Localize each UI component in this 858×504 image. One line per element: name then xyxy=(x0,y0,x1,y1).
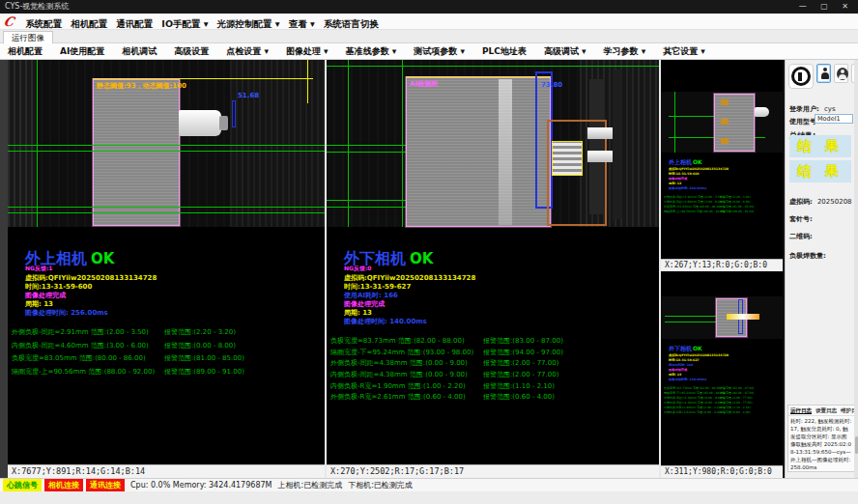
toolbar-item[interactable]: 测试项参数 ▾ xyxy=(414,45,465,58)
window-statusbar: 心跳信号相机连接通讯连接 Cpu: 0.0% Memory: 3424.4179… xyxy=(0,478,858,491)
blue-measure-label: 73.80 xyxy=(541,81,562,89)
log-tabs: 运行日志设置日志维护日志 xyxy=(788,406,854,416)
camera-image-lower: AI检测框 73.80 xyxy=(327,60,659,227)
toolbar-item[interactable]: 点检设置 ▾ xyxy=(226,45,269,58)
thumb-ok: OK xyxy=(693,158,702,165)
thumb-cycle: 周期: 13 xyxy=(669,373,681,377)
thumb-ai-time: 使用AI耗时: 166 xyxy=(669,363,693,367)
measurement-row: 负极宽度=83.73mm 范围:(82.00 - 88.00)报警范围:(83.… xyxy=(330,336,473,348)
qr-label: 二维码: xyxy=(789,233,813,240)
proc-time-line: 图像处理时间: 256.00ms xyxy=(25,308,108,318)
thumb-barcode: 虚拟码:QFIYiiw20250208133134728 xyxy=(669,167,729,171)
pixel-statusbar-upper: X:7677;Y:891;R:14;G:14;B:14 xyxy=(8,464,325,478)
pause-button[interactable] xyxy=(788,64,814,89)
yellow-reference-line xyxy=(307,60,308,103)
measure-line xyxy=(327,66,659,67)
blue-roi xyxy=(232,100,236,127)
app-logo-icon: C xyxy=(2,14,15,29)
model-input[interactable]: Model1 xyxy=(815,114,853,124)
menu-bar: C 系统配置相机配置通讯配置IO手配置 ▾光源控制配置 ▾查看 ▾系统语言切换 xyxy=(0,14,858,30)
result-display-1: 结 果 xyxy=(789,135,851,157)
thumbnail-view-lower[interactable]: 外下相机 OK 虚拟码:QFIYiiw20250208133134728 时间:… xyxy=(661,273,783,478)
panel-scrollbar[interactable] xyxy=(854,60,858,478)
cpu-memory-text: Cpu: 0.0% Memory: 3424.4179687M xyxy=(130,481,272,490)
toolbar-item[interactable]: 学习参数 ▾ xyxy=(604,45,646,58)
needle-label: 套针号: xyxy=(789,215,813,223)
thumb-statusbar-upper: X:267;Y:13;R:0;G:0;B:0 xyxy=(661,259,783,271)
measure-line xyxy=(8,145,325,146)
app-window: CYS-视觉检测系统 — ▢ ✕ C 系统配置相机配置通讯配置IO手配置 ▾光源… xyxy=(0,0,858,504)
camera-view-upper[interactable]: 静态阈值:93，动态阈值:100 51.68 外上相机 OK NG反馈:1 虚拟… xyxy=(8,60,325,478)
menu-item[interactable]: 查看 ▾ xyxy=(289,18,315,29)
machine-texture xyxy=(8,60,37,227)
measurement-row: 负极宽度=83.05mm 范围:(80.00 - 86.00)报警范围:(81.… xyxy=(12,353,155,367)
user-login-button[interactable] xyxy=(816,64,831,83)
menu-item[interactable]: 系统语言切换 xyxy=(324,18,379,29)
thumb-proc: 图像处理时间: 140.00ms xyxy=(669,378,706,381)
menu-items: 系统配置相机配置通讯配置IO手配置 ▾光源控制配置 ▾查看 ▾系统语言切换 xyxy=(25,13,386,31)
user-switch-button[interactable] xyxy=(834,64,848,83)
measure-line xyxy=(37,60,38,227)
thumb-statusbar-lower: X:311;Y:980;R:0;G:0;B:0 xyxy=(661,465,783,478)
ai-box-label: AI检测框 xyxy=(410,79,438,89)
thumbnail-view-upper[interactable]: 外上相机 OK 虚拟码:QFIYiiw20250208133134728 时间:… xyxy=(661,60,783,271)
measure-line xyxy=(327,152,415,153)
menu-item[interactable]: 通讯配置 xyxy=(116,18,153,29)
yellow-reference-line xyxy=(93,78,313,79)
vcode-label: 虚拟码: xyxy=(789,198,813,206)
log-tab[interactable]: 设置日志 xyxy=(815,407,837,414)
measure-line xyxy=(348,60,349,227)
status-badges: 心跳信号相机连接通讯连接 xyxy=(3,479,125,491)
measurement-row: 外侧负极-间距=4.38mm 范围:(0.00 - 9.00)报警范围:(2.0… xyxy=(330,358,473,370)
measurement-list: 负极宽度=83.73mm 范围:(82.00 - 88.00)报警范围:(83.… xyxy=(330,336,473,404)
toolbar-item[interactable]: PLC地址表 xyxy=(482,45,527,58)
status-badge: 通讯连接 xyxy=(86,479,125,491)
measurement-row: 内侧负极-间距=4.60mm 范围:(3.00 - 6.00)报警范围:(0.0… xyxy=(12,341,155,354)
toolbar-item[interactable]: 图像处理 ▾ xyxy=(286,45,329,58)
thumb-measurements: 外侧负极-间距=2.91mm 范围:(2.00 - 3.50)报警范围:(2.2… xyxy=(664,195,726,214)
measure-line xyxy=(8,151,325,152)
measurement-row: 隔圈宽度-下=95.24mm 范围:(93.00 - 98.00)报警范围:(9… xyxy=(330,348,473,359)
probe-connector-tip xyxy=(219,116,228,130)
thumb-cycle: 周期: 13 xyxy=(669,182,681,185)
bottom-fill xyxy=(0,491,858,504)
toolbar-item[interactable]: 相机配置 xyxy=(8,45,43,58)
control-panel: 登录用户: cys 使用型号: Model1 总结果: 结 果 结 果 虚拟码:… xyxy=(785,60,858,478)
threshold-label: 静态阈值:93，动态阈值:100 xyxy=(97,81,186,91)
log-tab[interactable]: 运行日志 xyxy=(790,407,812,414)
measure-line xyxy=(327,145,415,146)
toolbar-item[interactable]: 基准线参数 ▾ xyxy=(346,45,397,58)
measurement-row: 隔圈宽度-上=90.56mm 范围:(88.00 - 92.00)报警范围:(8… xyxy=(664,210,726,214)
weld-roi xyxy=(552,141,583,176)
weld-highlight xyxy=(587,151,613,162)
measure-line xyxy=(8,212,325,213)
window-controls[interactable]: — ▢ ✕ xyxy=(799,0,854,14)
thumbnail-column: 外上相机 OK 虚拟码:QFIYiiw20250208133134728 时间:… xyxy=(661,60,783,478)
camera-view-lower[interactable]: AI检测框 73.80 外下相机 OK NG反馈:0 虚拟码:QFIYiiw20… xyxy=(327,60,659,478)
battery-edge-roi xyxy=(406,77,551,227)
proc-time-line: 图像处理时间: 140.00ms xyxy=(344,317,427,326)
tab-run-image[interactable]: 运行图像 xyxy=(3,31,53,43)
toolbar-item[interactable]: 高级设置 xyxy=(174,45,209,58)
menu-item[interactable]: 相机配置 xyxy=(71,18,107,29)
battery-edge-roi xyxy=(93,79,180,226)
thumb-image-upper xyxy=(661,92,783,153)
measure-line xyxy=(8,207,325,208)
upper-camera-status: 上相机:已检测完成 xyxy=(277,480,342,490)
vcode-value: 20250208 xyxy=(817,198,852,206)
toolbar-item[interactable]: 其它设置 ▾ xyxy=(663,45,705,58)
toolbar-item[interactable]: 高级调试 ▾ xyxy=(544,45,586,58)
menu-item[interactable]: IO手配置 ▾ xyxy=(161,18,208,29)
user-icon xyxy=(821,68,829,80)
thumb-time: 时间:13-31-59-600 xyxy=(669,172,700,176)
measurement-list: 外侧负极-间距=2.91mm 范围:(2.00 - 3.50)报警范围:(2.2… xyxy=(12,327,155,379)
measure-line xyxy=(327,207,415,208)
log-panel: 运行日志设置日志维护日志 耗时: 222, 触发检测耗时: 17, 触发分息耗时… xyxy=(787,405,855,472)
menu-item[interactable]: 系统配置 xyxy=(25,18,62,29)
measure-line xyxy=(327,200,415,201)
toolbar-item[interactable]: 相机调试 xyxy=(122,45,157,58)
user-dark-icon xyxy=(837,68,848,80)
result-display-2: 结 果 xyxy=(789,160,851,182)
toolbar-item[interactable]: AI使用配置 xyxy=(60,45,104,58)
menu-item[interactable]: 光源控制配置 ▾ xyxy=(217,18,280,29)
